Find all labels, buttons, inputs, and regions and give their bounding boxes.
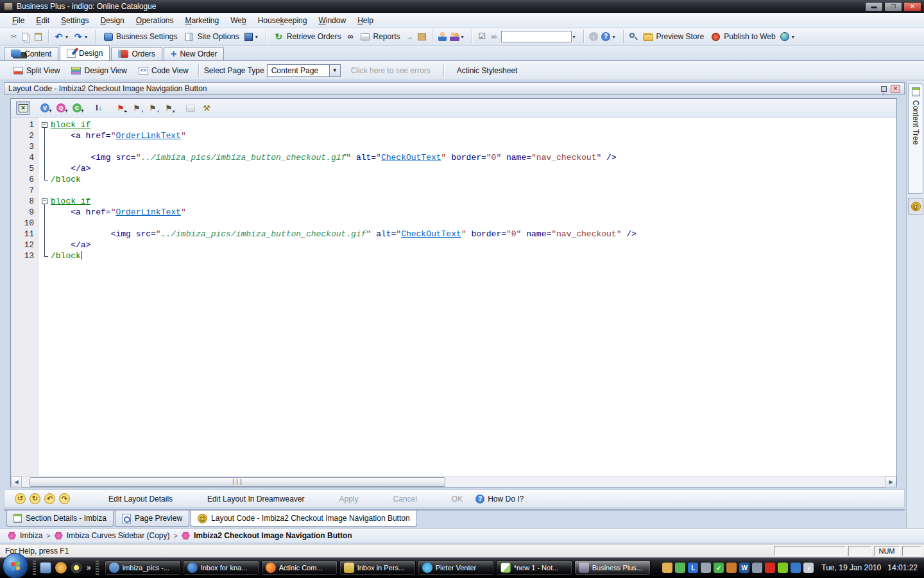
- how-do-i-button[interactable]: ? How Do I?: [475, 495, 524, 504]
- fold-margin[interactable]: −: [39, 196, 51, 207]
- zoom-page-icon[interactable]: [628, 31, 639, 42]
- package-icon[interactable]: [416, 31, 427, 42]
- customer-icon[interactable]: [437, 31, 448, 42]
- view-icon[interactable]: ∞: [489, 31, 500, 42]
- code-line[interactable]: 8−block if: [11, 196, 896, 207]
- tray-horn-icon[interactable]: [726, 563, 737, 573]
- taskbar-button-inbox-in-pers[interactable]: Inbox in Pers...: [339, 560, 416, 575]
- tray-update-icon[interactable]: ✓: [714, 563, 724, 573]
- code-line[interactable]: 10: [11, 218, 896, 229]
- tray-logmein-icon[interactable]: L: [688, 563, 698, 573]
- nav-prev-layout-icon[interactable]: ↶: [44, 493, 55, 504]
- insert-text-button[interactable]: I↓: [92, 101, 106, 115]
- insert-variable-button[interactable]: V+: [38, 101, 52, 115]
- taskbar-button-business-plus[interactable]: Business Plus...: [574, 560, 651, 575]
- code-line[interactable]: 9 <a href="OrderLinkText": [11, 207, 896, 218]
- menu-design[interactable]: Design: [94, 14, 130, 27]
- taskbar-button-pieter-venter[interactable]: Pieter Venter: [418, 560, 494, 575]
- taskbar-button-inbox-for-kna[interactable]: Inbox for kna...: [183, 560, 259, 575]
- restore-button[interactable]: ❐: [884, 2, 902, 12]
- insert-layout-button[interactable]: ✕: [16, 101, 30, 115]
- redo-icon[interactable]: ↷: [73, 31, 83, 42]
- tray-messenger-icon[interactable]: [675, 563, 685, 573]
- preview-store-button[interactable]: Preview Store: [640, 30, 707, 43]
- taskbar-button-new-1-not[interactable]: *new 1 - Not...: [496, 560, 572, 575]
- tab-content[interactable]: Content: [4, 47, 58, 60]
- page-type-dropdown-icon[interactable]: ▼: [329, 65, 340, 76]
- taskband-handle[interactable]: [96, 561, 99, 575]
- publish-dropdown-icon[interactable]: ▾: [792, 34, 798, 40]
- tray-avira-icon[interactable]: [765, 563, 775, 573]
- tray-fax-icon[interactable]: [752, 563, 762, 573]
- minimize-button[interactable]: ▬: [865, 2, 883, 12]
- code-line[interactable]: 3: [11, 141, 896, 152]
- help-dropdown-icon[interactable]: ▾: [613, 34, 619, 40]
- toggle-bookmark-button[interactable]: ⚑+: [114, 101, 128, 115]
- code-view-button[interactable]: <> Code View: [134, 64, 193, 78]
- info-icon[interactable]: i: [588, 31, 599, 42]
- undo-icon[interactable]: ↶: [53, 31, 64, 42]
- save-dropdown-icon[interactable]: ▾: [255, 34, 261, 40]
- tab-section-details[interactable]: Section Details - Imbiza: [6, 511, 114, 527]
- page-type-combobox[interactable]: Content Page ▼: [267, 64, 341, 77]
- code-editor[interactable]: 1−block if2 <a href="OrderLinkText"34 <i…: [11, 118, 896, 476]
- next-bookmark-button[interactable]: ⚑›: [130, 101, 144, 115]
- edit-layout-details-button[interactable]: Edit Layout Details: [99, 492, 182, 506]
- save-site-icon[interactable]: [243, 31, 254, 42]
- split-view-button[interactable]: Split View: [9, 64, 64, 78]
- find-icon[interactable]: ∞: [345, 31, 355, 42]
- cut-icon[interactable]: ✂: [8, 31, 19, 42]
- breadcrumb-item-imbiza[interactable]: Imbiza: [8, 531, 42, 540]
- fold-collapse-icon[interactable]: −: [42, 122, 47, 128]
- undo-dropdown-icon[interactable]: ▾: [65, 34, 71, 40]
- taskbar-button-imbiza-pics[interactable]: imbiza_pics -...: [105, 560, 181, 575]
- site-options-button[interactable]: Site Options: [181, 30, 241, 43]
- menu-housekeeping[interactable]: Housekeeping: [252, 14, 313, 27]
- menu-operations[interactable]: Operations: [130, 14, 180, 27]
- content-tree-tab[interactable]: Content Tree: [908, 83, 923, 194]
- breadcrumb-item-imbiza2-checkout-image-navigation-button[interactable]: Imbiza2 Checkout Image Navigation Button: [182, 531, 352, 540]
- search-input[interactable]: [501, 31, 572, 42]
- export-icon[interactable]: →: [404, 31, 415, 42]
- insert-block-button[interactable]: C+: [70, 101, 84, 115]
- scroll-right-icon[interactable]: ▶: [886, 477, 896, 487]
- breadcrumb-item-imbiza-curves-sidebar-copy[interactable]: Imbiza Curves Sidebar (Copy): [55, 531, 170, 540]
- design-view-button[interactable]: Design View: [67, 64, 131, 78]
- actinic-stylesheet-button[interactable]: Actinic Stylesheet: [449, 64, 526, 78]
- code-line[interactable]: 5 </a>: [11, 163, 896, 174]
- prev-bookmark-button[interactable]: ⚑‹: [146, 101, 160, 115]
- retrieve-orders-button[interactable]: ↻ Retrieve Orders: [271, 30, 344, 43]
- quick-launch-icon-2[interactable]: [55, 562, 67, 574]
- taskbar-clock[interactable]: Tue, 19 Jan 2010 14:01:22: [817, 563, 924, 572]
- code-line[interactable]: 2 <a href="OrderLinkText": [11, 130, 896, 141]
- tab-new-order[interactable]: + New Order: [164, 47, 224, 60]
- start-button[interactable]: [3, 553, 28, 578]
- menu-window[interactable]: Window: [312, 14, 352, 27]
- panel-close-icon[interactable]: ✕: [891, 85, 900, 93]
- publish-to-web-button[interactable]: Publish to Web: [708, 30, 778, 43]
- code-line[interactable]: 12 </a>: [11, 240, 896, 250]
- nav-down-layout-icon[interactable]: ↻: [30, 493, 40, 504]
- help-icon[interactable]: ?: [601, 31, 612, 42]
- sync-globe-icon[interactable]: [780, 31, 791, 42]
- tab-layout-code[interactable]: @ Layout Code - Imbiza2 Checkout Image N…: [191, 511, 417, 527]
- tray-volume-icon[interactable]: ◖: [803, 563, 814, 573]
- quick-launch-icon-3[interactable]: [71, 562, 82, 574]
- tab-orders[interactable]: Orders: [111, 47, 162, 60]
- edit-layout-dreamweaver-button[interactable]: Edit Layout In Dreamweaver: [198, 492, 313, 506]
- tray-word-icon[interactable]: W: [739, 563, 749, 573]
- menu-marketing[interactable]: Marketing: [180, 14, 225, 27]
- menu-edit[interactable]: Edit: [30, 14, 55, 27]
- customer-groups-icon[interactable]: [449, 31, 460, 42]
- code-line[interactable]: 13/block: [11, 250, 896, 261]
- code-line[interactable]: 6/block: [11, 174, 896, 185]
- tray-actinic-icon[interactable]: [662, 563, 672, 573]
- scrollbar-thumb[interactable]: ┃┃┃: [30, 477, 445, 487]
- reports-button[interactable]: Reports: [357, 30, 402, 43]
- paste-icon[interactable]: [33, 31, 44, 42]
- code-line[interactable]: 11 <img src="../imbiza_pics/imbiza_butto…: [11, 229, 896, 240]
- tray-power-icon[interactable]: [778, 563, 788, 573]
- quick-launch-overflow-icon[interactable]: »: [87, 563, 91, 572]
- pin-icon[interactable]: [881, 86, 887, 92]
- horizontal-scrollbar[interactable]: ◀ ┃┃┃ ▶: [11, 476, 896, 487]
